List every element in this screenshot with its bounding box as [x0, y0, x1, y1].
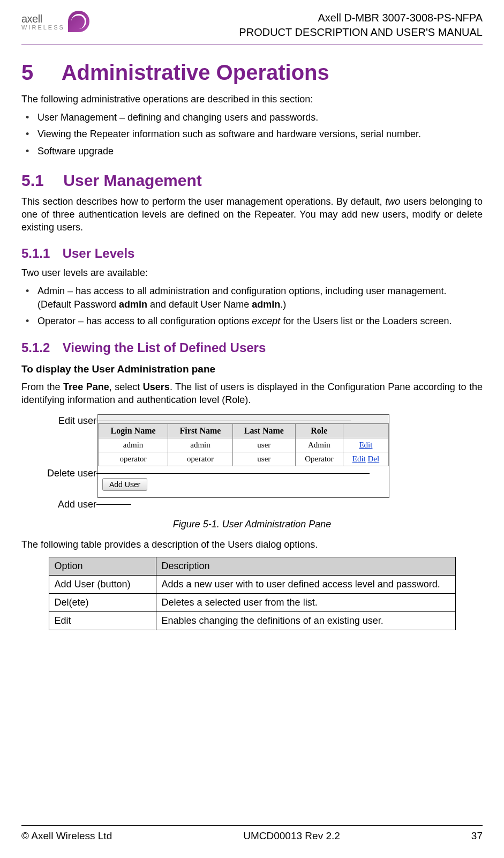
opt-name: Edit	[49, 611, 156, 630]
intro-paragraph: The following administrative operations …	[21, 93, 483, 106]
callout-line	[96, 473, 370, 474]
page-footer: © Axell Wireless Ltd UMCD00013 Rev 2.2 3…	[21, 825, 483, 842]
figure-callouts: Edit user Delete user Add user	[37, 414, 96, 511]
h2-number: 5.1	[21, 171, 59, 190]
figure-caption: Figure 5-1. User Administration Pane	[21, 519, 483, 530]
options-header-row: Option Description	[49, 557, 455, 575]
brand-sub: WIRELESS	[21, 24, 65, 31]
col-first: First Name	[168, 424, 233, 438]
callout-add: Add user	[58, 499, 96, 510]
brand-icon	[68, 11, 89, 32]
cell-login: admin	[99, 438, 168, 452]
callout-delete: Delete user	[47, 468, 96, 479]
heading-3: 5.1.2 Viewing the List of Defined Users	[21, 340, 483, 355]
doc-title-block: Axell D-MBR 3007-3008-PS-NFPA PRODUCT DE…	[239, 11, 483, 40]
table-row: admin admin user Admin Edit	[99, 438, 389, 452]
heading-1: 5 Administrative Operations	[21, 61, 483, 85]
footer-right: 37	[471, 830, 483, 842]
level-item: Operator – has access to all configurati…	[21, 315, 483, 328]
options-table: Option Description Add User (button) Add…	[49, 557, 456, 630]
callout-edit: Edit user	[58, 415, 96, 427]
cell-login: operator	[99, 452, 168, 466]
delete-link[interactable]: Del	[367, 454, 379, 463]
heading-2: 5.1 User Management	[21, 171, 483, 190]
cell-last: user	[232, 452, 295, 466]
cell-actions: Edit Del	[343, 452, 388, 466]
callout-line	[96, 421, 351, 421]
cell-last: user	[232, 438, 295, 452]
opt-name: Add User (button)	[49, 575, 156, 593]
footer-center: UMCD00013 Rev 2.2	[243, 830, 340, 842]
levels-intro: Two user levels are available:	[21, 266, 483, 279]
pane-toolbar	[98, 415, 389, 423]
h1-title: Administrative Operations	[62, 61, 329, 84]
options-row: Del(ete) Deletes a selected user from th…	[49, 593, 455, 611]
cell-role: Operator	[295, 452, 343, 466]
levels-list: Admin – has access to all administration…	[21, 285, 483, 329]
intro-item: Viewing the Repeater information such as…	[21, 128, 483, 141]
opt-header-desc: Description	[156, 557, 455, 575]
col-login: Login Name	[99, 424, 168, 438]
cell-first: operator	[168, 452, 233, 466]
intro-list: User Management – defining and changing …	[21, 111, 483, 158]
page-header: axell WIRELESS Axell D-MBR 3007-3008-PS-…	[21, 11, 483, 44]
opt-name: Del(ete)	[49, 593, 156, 611]
brand-name: axell	[21, 13, 65, 25]
table-row: operator operator user Operator Edit Del	[99, 452, 389, 466]
cell-role: Admin	[295, 438, 343, 452]
h3-number: 5.1.2	[21, 340, 59, 355]
heading-3: 5.1.1 User Levels	[21, 246, 483, 261]
intro-item: User Management – defining and changing …	[21, 111, 483, 124]
opt-desc: Enables changing the definitions of an e…	[156, 611, 455, 630]
h3-title: Viewing the List of Defined Users	[63, 340, 266, 355]
user-admin-pane: Login Name First Name Last Name Role adm…	[97, 414, 389, 498]
doc-sub: PRODUCT DESCRIPTION AND USER'S MANUAL	[239, 25, 483, 40]
brand-logo: axell WIRELESS	[21, 11, 89, 32]
opt-header-option: Option	[49, 557, 156, 575]
add-user-button[interactable]: Add User	[102, 478, 147, 491]
level-item: Admin – has access to all administration…	[21, 285, 483, 311]
users-table: Login Name First Name Last Name Role adm…	[98, 423, 389, 466]
table-header-row: Login Name First Name Last Name Role	[99, 424, 389, 438]
col-role: Role	[295, 424, 343, 438]
edit-link[interactable]: Edit	[352, 454, 366, 463]
intro-item: Software upgrade	[21, 145, 483, 158]
options-row: Edit Enables changing the definitions of…	[49, 611, 455, 630]
options-row: Add User (button) Adds a new user with t…	[49, 575, 455, 593]
cell-actions: Edit	[343, 438, 388, 452]
h1-number: 5	[21, 61, 56, 85]
col-last: Last Name	[232, 424, 295, 438]
section-paragraph: This section describes how to perform th…	[21, 195, 483, 234]
cell-first: admin	[168, 438, 233, 452]
doc-id: Axell D-MBR 3007-3008-PS-NFPA	[239, 11, 483, 25]
h3-title: User Levels	[63, 246, 135, 260]
h3-number: 5.1.1	[21, 246, 59, 261]
user-admin-figure: Edit user Delete user Add user Login Nam…	[37, 414, 483, 511]
heading-4: To display the User Administration pane	[21, 363, 483, 375]
callout-line	[96, 504, 131, 505]
opt-desc: Adds a new user with to user defined acc…	[156, 575, 455, 593]
h2-title: User Management	[63, 171, 201, 189]
opt-desc: Deletes a selected user from the list.	[156, 593, 455, 611]
edit-link[interactable]: Edit	[359, 441, 372, 449]
section-paragraph: From the Tree Pane, select Users. The li…	[21, 380, 483, 407]
post-figure-paragraph: The following table provides a descripti…	[21, 538, 483, 551]
col-actions	[343, 424, 388, 438]
footer-left: © Axell Wireless Ltd	[21, 830, 112, 842]
